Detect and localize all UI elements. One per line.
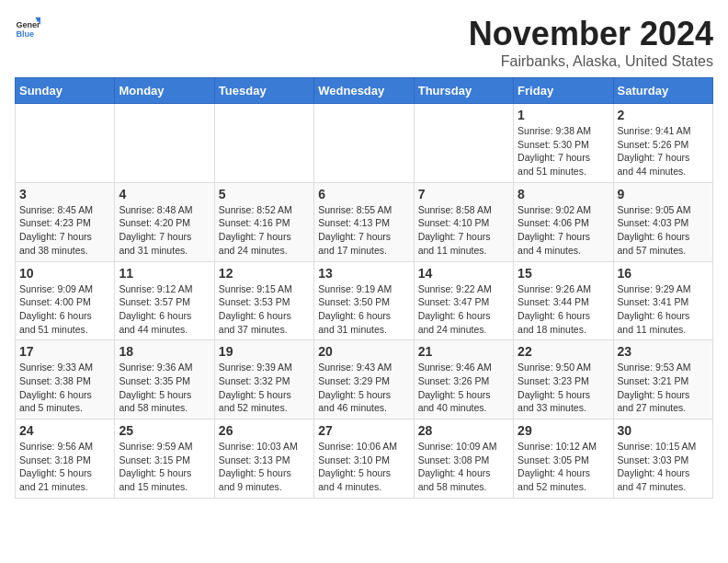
page-header: General Blue November 2024 Fairbanks, Al… — [15, 15, 713, 70]
day-number: 11 — [119, 266, 210, 281]
calendar-day-cell: 5Sunrise: 8:52 AM Sunset: 4:16 PM Daylig… — [214, 182, 313, 261]
day-number: 5 — [219, 187, 310, 201]
day-number: 14 — [418, 266, 509, 281]
day-info: Sunrise: 10:15 AM Sunset: 3:03 PM Daylig… — [618, 440, 709, 494]
day-number: 4 — [119, 187, 210, 201]
day-info: Sunrise: 8:52 AM Sunset: 4:16 PM Dayligh… — [219, 203, 310, 258]
day-info: Sunrise: 9:29 AM Sunset: 3:41 PM Dayligh… — [618, 282, 709, 337]
calendar-day-cell: 6Sunrise: 8:55 AM Sunset: 4:13 PM Daylig… — [314, 182, 414, 261]
calendar-day-cell: 28Sunrise: 10:09 AM Sunset: 3:08 PM Dayl… — [414, 419, 513, 499]
day-info: Sunrise: 9:33 AM Sunset: 3:38 PM Dayligh… — [19, 361, 110, 415]
day-number: 6 — [318, 187, 409, 201]
day-info: Sunrise: 9:43 AM Sunset: 3:29 PM Dayligh… — [318, 361, 409, 415]
calendar-day-cell: 18Sunrise: 9:36 AM Sunset: 3:35 PM Dayli… — [115, 340, 214, 419]
calendar-day-cell: 10Sunrise: 9:09 AM Sunset: 4:00 PM Dayli… — [16, 261, 115, 340]
day-info: Sunrise: 9:59 AM Sunset: 3:15 PM Dayligh… — [119, 440, 210, 494]
calendar-day-cell: 20Sunrise: 9:43 AM Sunset: 3:29 PM Dayli… — [314, 340, 414, 419]
calendar-week-row: 3Sunrise: 8:45 AM Sunset: 4:23 PM Daylig… — [16, 182, 713, 261]
calendar-day-cell: 3Sunrise: 8:45 AM Sunset: 4:23 PM Daylig… — [16, 182, 115, 261]
calendar-day-cell: 1Sunrise: 9:38 AM Sunset: 5:30 PM Daylig… — [514, 104, 613, 183]
calendar-day-cell — [16, 104, 115, 183]
calendar-day-cell: 9Sunrise: 9:05 AM Sunset: 4:03 PM Daylig… — [613, 182, 712, 261]
day-info: Sunrise: 9:12 AM Sunset: 3:57 PM Dayligh… — [119, 282, 210, 337]
day-info: Sunrise: 9:41 AM Sunset: 5:26 PM Dayligh… — [618, 124, 709, 178]
day-info: Sunrise: 9:05 AM Sunset: 4:03 PM Dayligh… — [618, 203, 709, 258]
calendar-day-cell — [115, 104, 214, 183]
day-number: 2 — [618, 108, 709, 122]
day-info: Sunrise: 9:56 AM Sunset: 3:18 PM Dayligh… — [19, 440, 110, 494]
day-info: Sunrise: 10:03 AM Sunset: 3:13 PM Daylig… — [219, 440, 310, 494]
calendar-day-cell: 29Sunrise: 10:12 AM Sunset: 3:05 PM Dayl… — [514, 419, 613, 499]
day-number: 15 — [518, 266, 609, 281]
calendar-day-cell — [414, 104, 513, 183]
day-number: 7 — [418, 187, 509, 201]
day-info: Sunrise: 9:26 AM Sunset: 3:44 PM Dayligh… — [518, 282, 609, 337]
calendar-day-cell: 14Sunrise: 9:22 AM Sunset: 3:47 PM Dayli… — [414, 261, 513, 340]
calendar-day-cell: 17Sunrise: 9:33 AM Sunset: 3:38 PM Dayli… — [16, 340, 115, 419]
day-number: 26 — [219, 423, 310, 438]
calendar-day-cell: 4Sunrise: 8:48 AM Sunset: 4:20 PM Daylig… — [115, 182, 214, 261]
day-number: 16 — [618, 266, 709, 281]
calendar-day-cell: 24Sunrise: 9:56 AM Sunset: 3:18 PM Dayli… — [16, 419, 115, 499]
day-info: Sunrise: 9:36 AM Sunset: 3:35 PM Dayligh… — [119, 361, 210, 415]
calendar-day-cell: 11Sunrise: 9:12 AM Sunset: 3:57 PM Dayli… — [115, 261, 214, 340]
day-info: Sunrise: 8:55 AM Sunset: 4:13 PM Dayligh… — [318, 203, 409, 258]
calendar-day-cell — [314, 104, 414, 183]
calendar-week-row: 17Sunrise: 9:33 AM Sunset: 3:38 PM Dayli… — [16, 340, 713, 419]
calendar-week-row: 10Sunrise: 9:09 AM Sunset: 4:00 PM Dayli… — [16, 261, 713, 340]
month-title: November 2024 — [469, 15, 713, 53]
day-number: 1 — [518, 108, 609, 122]
calendar-day-cell: 16Sunrise: 9:29 AM Sunset: 3:41 PM Dayli… — [613, 261, 712, 340]
calendar-week-row: 1Sunrise: 9:38 AM Sunset: 5:30 PM Daylig… — [16, 104, 713, 183]
calendar-day-cell: 13Sunrise: 9:19 AM Sunset: 3:50 PM Dayli… — [314, 261, 414, 340]
calendar-table: SundayMondayTuesdayWednesdayThursdayFrid… — [15, 77, 713, 499]
day-number: 17 — [19, 344, 110, 359]
day-number: 3 — [19, 187, 110, 201]
day-info: Sunrise: 9:02 AM Sunset: 4:06 PM Dayligh… — [518, 203, 609, 258]
day-number: 24 — [19, 423, 110, 438]
day-info: Sunrise: 8:48 AM Sunset: 4:20 PM Dayligh… — [119, 203, 210, 258]
calendar-day-cell: 12Sunrise: 9:15 AM Sunset: 3:53 PM Dayli… — [214, 261, 313, 340]
day-info: Sunrise: 9:38 AM Sunset: 5:30 PM Dayligh… — [518, 124, 609, 178]
day-of-week-header: Monday — [115, 78, 214, 104]
day-number: 28 — [418, 423, 509, 438]
day-of-week-header: Thursday — [414, 78, 513, 104]
day-number: 29 — [518, 423, 609, 438]
title-area: November 2024 Fairbanks, Alaska, United … — [469, 15, 713, 70]
day-of-week-header: Saturday — [613, 78, 712, 104]
day-number: 27 — [318, 423, 409, 438]
calendar-day-cell — [214, 104, 313, 183]
day-of-week-header: Sunday — [16, 78, 115, 104]
day-info: Sunrise: 9:09 AM Sunset: 4:00 PM Dayligh… — [19, 282, 110, 337]
day-number: 9 — [618, 187, 709, 201]
day-info: Sunrise: 9:39 AM Sunset: 3:32 PM Dayligh… — [219, 361, 310, 415]
svg-text:General: General — [16, 20, 40, 29]
day-info: Sunrise: 9:22 AM Sunset: 3:47 PM Dayligh… — [418, 282, 509, 337]
day-number: 8 — [518, 187, 609, 201]
day-info: Sunrise: 8:58 AM Sunset: 4:10 PM Dayligh… — [418, 203, 509, 258]
day-of-week-header: Wednesday — [314, 78, 414, 104]
calendar-day-cell: 25Sunrise: 9:59 AM Sunset: 3:15 PM Dayli… — [115, 419, 214, 499]
day-info: Sunrise: 10:12 AM Sunset: 3:05 PM Daylig… — [518, 440, 609, 494]
day-info: Sunrise: 9:53 AM Sunset: 3:21 PM Dayligh… — [618, 361, 709, 415]
day-of-week-header: Tuesday — [214, 78, 313, 104]
calendar-week-row: 24Sunrise: 9:56 AM Sunset: 3:18 PM Dayli… — [16, 419, 713, 499]
calendar-day-cell: 2Sunrise: 9:41 AM Sunset: 5:26 PM Daylig… — [613, 104, 712, 183]
day-info: Sunrise: 9:46 AM Sunset: 3:26 PM Dayligh… — [418, 361, 509, 415]
day-number: 10 — [19, 266, 110, 281]
day-info: Sunrise: 8:45 AM Sunset: 4:23 PM Dayligh… — [19, 203, 110, 258]
calendar-day-cell: 19Sunrise: 9:39 AM Sunset: 3:32 PM Dayli… — [214, 340, 313, 419]
day-info: Sunrise: 9:15 AM Sunset: 3:53 PM Dayligh… — [219, 282, 310, 337]
day-info: Sunrise: 10:09 AM Sunset: 3:08 PM Daylig… — [418, 440, 509, 494]
svg-text:Blue: Blue — [16, 29, 34, 39]
day-info: Sunrise: 9:19 AM Sunset: 3:50 PM Dayligh… — [318, 282, 409, 337]
day-number: 25 — [119, 423, 210, 438]
logo-icon: General Blue — [15, 15, 40, 40]
calendar-day-cell: 15Sunrise: 9:26 AM Sunset: 3:44 PM Dayli… — [514, 261, 613, 340]
calendar-header-row: SundayMondayTuesdayWednesdayThursdayFrid… — [16, 78, 713, 104]
day-number: 20 — [318, 344, 409, 359]
day-number: 12 — [219, 266, 310, 281]
calendar-day-cell: 21Sunrise: 9:46 AM Sunset: 3:26 PM Dayli… — [414, 340, 513, 419]
calendar-day-cell: 27Sunrise: 10:06 AM Sunset: 3:10 PM Dayl… — [314, 419, 414, 499]
calendar-day-cell: 22Sunrise: 9:50 AM Sunset: 3:23 PM Dayli… — [514, 340, 613, 419]
